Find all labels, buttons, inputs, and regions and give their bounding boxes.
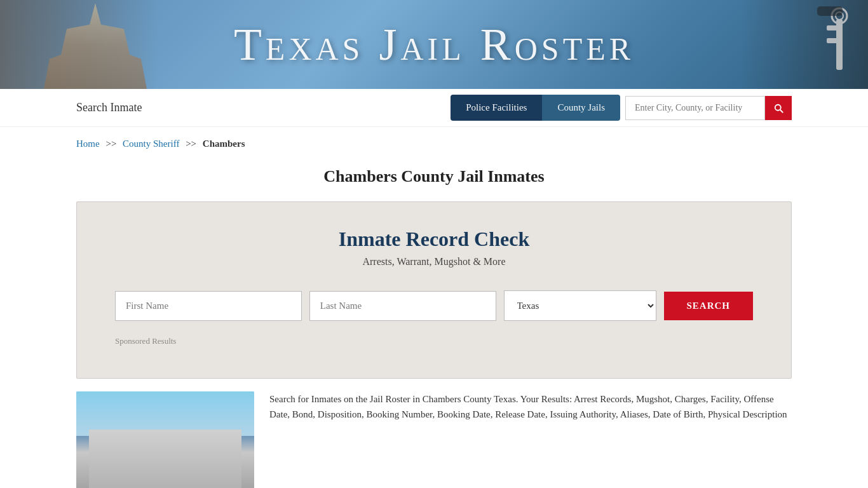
site-banner: Texas Jail Roster	[0, 0, 868, 89]
banner-title: Texas Jail Roster	[234, 18, 634, 71]
inmate-search-form: AlabamaAlaskaArizonaArkansasCaliforniaCo…	[115, 290, 753, 321]
breadcrumb-separator-1: >>	[105, 139, 116, 149]
navbar: Search Inmate Police Facilities County J…	[0, 89, 868, 127]
breadcrumb: Home >> County Sheriff >> Chambers	[0, 127, 868, 161]
search-icon	[773, 102, 784, 114]
breadcrumb-separator-2: >>	[186, 139, 196, 149]
svg-rect-5	[817, 6, 843, 16]
record-check-subtitle: Arrests, Warrant, Mugshot & More	[115, 256, 753, 268]
breadcrumb-current: Chambers	[203, 139, 245, 149]
svg-rect-1	[827, 25, 843, 30]
page-title: Chambers County Jail Inmates	[0, 161, 868, 201]
state-select[interactable]: AlabamaAlaskaArizonaArkansasCaliforniaCo…	[504, 290, 656, 321]
keys-icon	[766, 6, 862, 83]
image-building	[89, 430, 241, 488]
police-facilities-button[interactable]: Police Facilities	[451, 95, 542, 121]
last-name-input[interactable]	[309, 291, 496, 321]
search-button[interactable]: SEARCH	[664, 292, 754, 320]
nav-search-button[interactable]	[765, 96, 792, 120]
nav-buttons: Police Facilities County Jails	[451, 95, 792, 121]
breadcrumb-home[interactable]: Home	[76, 139, 100, 149]
record-check-box: Inmate Record Check Arrests, Warrant, Mu…	[76, 201, 792, 379]
svg-rect-2	[827, 38, 839, 43]
bottom-section: Search for Inmates on the Jail Roster in…	[0, 379, 868, 488]
first-name-input[interactable]	[115, 291, 302, 321]
facility-image	[76, 391, 254, 488]
county-jails-button[interactable]: County Jails	[542, 95, 620, 121]
nav-search-bar	[625, 96, 792, 120]
record-check-title: Inmate Record Check	[115, 227, 753, 251]
bottom-description: Search for Inmates on the Jail Roster in…	[269, 391, 792, 422]
nav-search-input[interactable]	[625, 96, 765, 120]
sponsored-label: Sponsored Results	[115, 336, 753, 346]
navbar-brand: Search Inmate	[76, 101, 451, 114]
breadcrumb-county-sheriff[interactable]: County Sheriff	[123, 139, 179, 149]
